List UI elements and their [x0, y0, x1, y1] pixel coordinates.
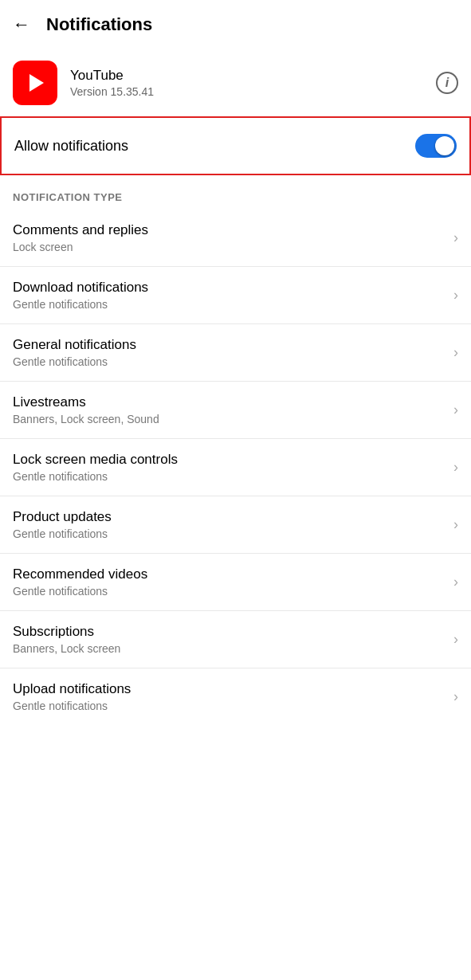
notif-title: Recommended videos — [13, 566, 447, 582]
info-button[interactable]: i — [436, 72, 458, 94]
allow-notifications-label: Allow notifications — [14, 138, 128, 155]
notif-title: Livestreams — [13, 394, 447, 410]
notif-subtitle: Gentle notifications — [13, 355, 447, 368]
notif-text: Subscriptions Banners, Lock screen — [13, 624, 447, 655]
chevron-right-icon: › — [453, 459, 458, 476]
back-button[interactable]: ← — [13, 16, 30, 33]
notification-type-item[interactable]: Upload notifications Gentle notification… — [0, 668, 471, 725]
notification-type-item[interactable]: Recommended videos Gentle notifications … — [0, 553, 471, 610]
notif-text: Upload notifications Gentle notification… — [13, 681, 447, 712]
notif-title: General notifications — [13, 337, 447, 353]
notif-text: Download notifications Gentle notificati… — [13, 280, 447, 311]
notif-text: Product updates Gentle notifications — [13, 509, 447, 540]
notif-subtitle: Gentle notifications — [13, 470, 447, 483]
notif-title: Subscriptions — [13, 624, 447, 640]
chevron-right-icon: › — [453, 516, 458, 533]
chevron-right-icon: › — [453, 287, 458, 304]
notification-type-item[interactable]: Product updates Gentle notifications › — [0, 496, 471, 553]
app-icon — [13, 61, 57, 105]
notif-title: Download notifications — [13, 280, 447, 296]
chevron-right-icon: › — [453, 229, 458, 246]
notification-type-item[interactable]: General notifications Gentle notificatio… — [0, 323, 471, 381]
notif-text: Lock screen media controls Gentle notifi… — [13, 452, 447, 483]
notification-types-list: Comments and replies Lock screen › Downl… — [0, 210, 471, 725]
app-info: YouTube Version 15.35.41 — [70, 68, 436, 98]
notif-text: Recommended videos Gentle notifications — [13, 566, 447, 598]
app-row: YouTube Version 15.35.41 i — [0, 49, 471, 116]
notif-subtitle: Lock screen — [13, 241, 447, 253]
notif-text: General notifications Gentle notificatio… — [13, 337, 447, 368]
allow-notifications-toggle[interactable] — [415, 134, 457, 158]
chevron-right-icon: › — [453, 344, 458, 361]
app-version: Version 15.35.41 — [70, 85, 436, 98]
notification-type-section-header: NOTIFICATION TYPE — [0, 175, 471, 210]
notif-title: Lock screen media controls — [13, 452, 447, 468]
notif-title: Product updates — [13, 509, 447, 525]
notification-type-item[interactable]: Lock screen media controls Gentle notifi… — [0, 438, 471, 496]
notif-subtitle: Gentle notifications — [13, 700, 447, 712]
notif-title: Comments and replies — [13, 222, 447, 238]
chevron-right-icon: › — [453, 688, 458, 705]
notification-type-item[interactable]: Download notifications Gentle notificati… — [0, 266, 471, 323]
notif-subtitle: Banners, Lock screen — [13, 642, 447, 655]
allow-notifications-row[interactable]: Allow notifications — [0, 116, 471, 175]
notif-subtitle: Gentle notifications — [13, 585, 447, 598]
notif-title: Upload notifications — [13, 681, 447, 697]
chevron-right-icon: › — [453, 402, 458, 418]
notif-subtitle: Gentle notifications — [13, 298, 447, 311]
chevron-right-icon: › — [453, 631, 458, 648]
notification-type-item[interactable]: Subscriptions Banners, Lock screen › — [0, 610, 471, 668]
notification-type-item[interactable]: Livestreams Banners, Lock screen, Sound … — [0, 381, 471, 438]
notif-text: Livestreams Banners, Lock screen, Sound — [13, 394, 447, 425]
notif-subtitle: Banners, Lock screen, Sound — [13, 413, 447, 425]
toggle-thumb — [435, 136, 454, 155]
notif-text: Comments and replies Lock screen — [13, 222, 447, 253]
youtube-play-icon — [29, 74, 44, 92]
chevron-right-icon: › — [453, 574, 458, 590]
notification-type-item[interactable]: Comments and replies Lock screen › — [0, 210, 471, 266]
page-title: Notifications — [46, 14, 152, 35]
app-name: YouTube — [70, 68, 436, 84]
notif-subtitle: Gentle notifications — [13, 527, 447, 540]
page-header: ← Notifications — [0, 0, 471, 49]
